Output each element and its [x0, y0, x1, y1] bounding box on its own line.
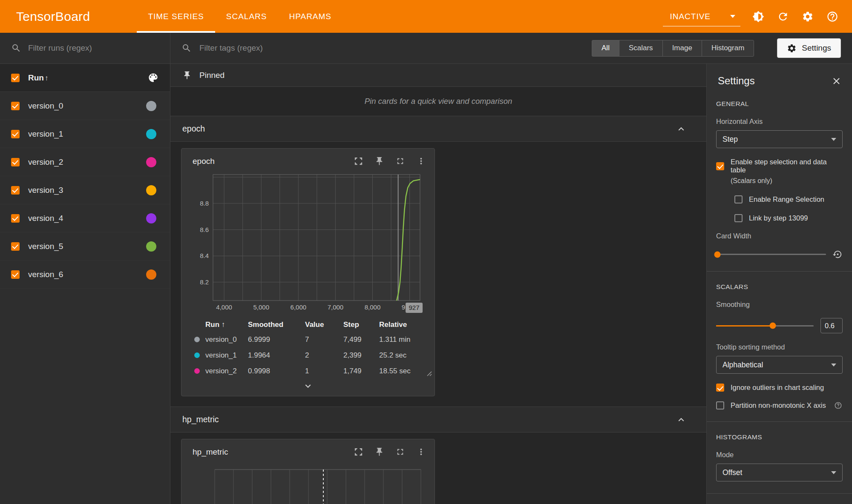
step-selection-row[interactable]: Enable step selection and data table: [716, 158, 843, 174]
section-epoch: epoch epoch: [170, 116, 706, 407]
link-by-step-checkbox[interactable]: [734, 214, 743, 222]
svg-text:8.6: 8.6: [200, 226, 209, 233]
more-options-icon[interactable]: [416, 156, 426, 166]
range-selection-row[interactable]: Enable Range Selection: [734, 195, 843, 203]
run-row-version-3[interactable]: version_3: [0, 176, 170, 204]
col-relative[interactable]: Relative: [379, 321, 427, 329]
fit-to-data-icon[interactable]: [354, 156, 363, 166]
run-checkbox[interactable]: [11, 158, 20, 166]
col-smoothed[interactable]: Smoothed: [248, 321, 305, 329]
dashboard: Pinned Pin cards for a quick view and co…: [170, 64, 707, 504]
ignore-outliers-checkbox[interactable]: [716, 384, 724, 392]
header-actions: INACTIVE: [663, 0, 852, 33]
filter-histogram-button[interactable]: Histogram: [702, 40, 754, 57]
tab-label: HPARAMS: [289, 12, 331, 21]
card-title: epoch: [193, 157, 215, 166]
step-selection-checkbox[interactable]: [716, 162, 724, 170]
fullscreen-icon[interactable]: [395, 156, 405, 166]
run-color-dot: [146, 241, 156, 252]
col-value[interactable]: Value: [305, 321, 343, 329]
section-header-epoch[interactable]: epoch: [170, 116, 706, 142]
run-checkbox[interactable]: [11, 102, 20, 110]
run-name: version_2: [28, 158, 63, 167]
epoch-line-chart[interactable]: 4,0005,0006,0007,0008,0009,0008.88.68.48…: [187, 169, 425, 313]
help-icon[interactable]: [834, 401, 842, 410]
chevron-down-icon[interactable]: [302, 381, 314, 392]
pin-icon[interactable]: [374, 156, 384, 166]
help-button[interactable]: [826, 10, 839, 23]
tooltip-sort-select[interactable]: Alphabetical: [716, 356, 843, 374]
tooltip-sort-label: Tooltip sorting method: [716, 343, 843, 351]
col-step[interactable]: Step: [343, 321, 379, 329]
col-run[interactable]: Run ↑: [205, 321, 248, 329]
more-options-icon[interactable]: [416, 447, 426, 457]
run-checkbox[interactable]: [11, 270, 20, 279]
global-settings-button[interactable]: [801, 10, 815, 23]
filter-scalars-button[interactable]: Scalars: [619, 40, 663, 57]
partition-x-axis-label: Partition non-monotonic X axis: [731, 401, 826, 410]
select-all-runs-checkbox[interactable]: [11, 74, 20, 82]
run-color-dot: [146, 101, 156, 111]
run-row-version-4[interactable]: version_4: [0, 204, 170, 232]
run-checkbox[interactable]: [11, 214, 20, 223]
tab-time-series[interactable]: TIME SERIES: [137, 0, 215, 33]
ignore-outliers-row[interactable]: Ignore outliers in chart scaling: [716, 384, 843, 392]
svg-text:8.4: 8.4: [200, 252, 209, 259]
brightness-toggle-button[interactable]: [751, 10, 765, 23]
run-color-dot: [146, 213, 156, 223]
smoothing-value-input[interactable]: [820, 318, 843, 333]
chevron-up-icon[interactable]: [676, 414, 687, 425]
tag-type-filter-group: All Scalars Image Histogram: [592, 40, 754, 57]
run-checkbox[interactable]: [11, 242, 20, 251]
smoothing-slider-row: [716, 318, 843, 333]
divider: [707, 493, 852, 494]
slider-thumb[interactable]: [769, 323, 776, 329]
run-row-version-5[interactable]: version_5: [0, 232, 170, 261]
link-by-step-row[interactable]: Link by step 13099: [734, 214, 843, 222]
section-title: hp_metric: [182, 415, 219, 424]
fullscreen-icon[interactable]: [395, 447, 405, 457]
run-row-version-2[interactable]: version_2: [0, 148, 170, 176]
range-selection-checkbox[interactable]: [734, 195, 743, 203]
run-status-dropdown[interactable]: INACTIVE: [663, 0, 740, 33]
runs-filter-input[interactable]: [28, 43, 159, 53]
cell-step: 7,499: [343, 335, 379, 344]
filter-all-button[interactable]: All: [592, 40, 619, 57]
card-width-slider[interactable]: [716, 254, 826, 255]
run-checkbox[interactable]: [11, 186, 20, 195]
run-checkbox[interactable]: [11, 130, 20, 138]
open-settings-button[interactable]: Settings: [777, 38, 841, 58]
close-icon[interactable]: [831, 76, 842, 86]
histogram-mode-select[interactable]: Offset: [716, 464, 843, 481]
card-actions: [354, 156, 426, 166]
tags-filter-input[interactable]: [199, 43, 584, 53]
tab-scalars[interactable]: SCALARS: [215, 0, 278, 33]
partition-x-axis-checkbox[interactable]: [716, 401, 724, 410]
partition-x-axis-row[interactable]: Partition non-monotonic X axis: [716, 401, 843, 410]
resize-handle[interactable]: [426, 370, 432, 376]
horizontal-axis-select[interactable]: Step: [716, 130, 843, 148]
run-row-version-0[interactable]: version_0: [0, 92, 170, 120]
palette-icon[interactable]: [147, 72, 159, 83]
run-row-version-6[interactable]: version_6: [0, 261, 170, 289]
refresh-button[interactable]: [776, 10, 790, 23]
tab-label: SCALARS: [226, 12, 267, 21]
pin-icon[interactable]: [374, 447, 384, 457]
run-row-version-1[interactable]: version_1: [0, 120, 170, 148]
smoothing-label: Smoothing: [716, 301, 843, 309]
tab-hparams[interactable]: HPARAMS: [278, 0, 343, 33]
section-header-hp-metric[interactable]: hp_metric: [170, 407, 706, 432]
filter-image-button[interactable]: Image: [662, 40, 702, 57]
reset-card-width-icon[interactable]: [833, 249, 843, 259]
smoothing-slider[interactable]: [716, 325, 814, 326]
selected-value: Alphabetical: [722, 361, 763, 369]
cell-run: version_0: [205, 335, 248, 344]
slider-thumb[interactable]: [714, 251, 720, 258]
run-color-dot: [146, 185, 156, 195]
fit-to-data-icon[interactable]: [354, 447, 363, 457]
chevron-up-icon[interactable]: [676, 123, 687, 135]
step-selection-label: Enable step selection and data table: [731, 158, 843, 174]
svg-text:4,000: 4,000: [216, 304, 232, 311]
pinned-section-header: Pinned: [170, 64, 706, 87]
hp-metric-chart[interactable]: [187, 459, 425, 504]
